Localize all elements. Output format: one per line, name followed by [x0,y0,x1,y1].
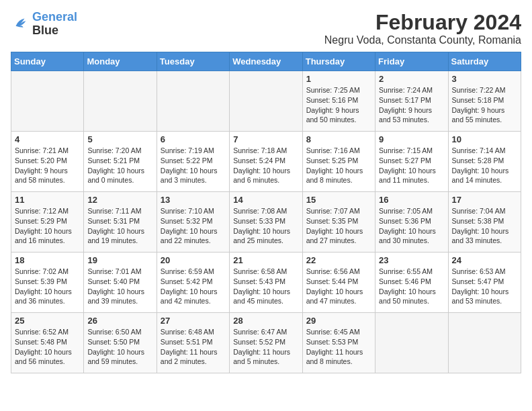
day-number: 3 [452,74,517,84]
day-info: Sunrise: 6:53 AMSunset: 5:47 PMDaylight:… [452,267,517,306]
day-info: Sunrise: 7:22 AMSunset: 5:18 PMDaylight:… [452,85,517,125]
day-info: Sunrise: 7:10 AMSunset: 5:32 PMDaylight:… [161,206,226,246]
calendar-day-cell: 17Sunrise: 7:04 AMSunset: 5:38 PMDayligh… [448,192,521,253]
calendar-day-cell: 14Sunrise: 7:08 AMSunset: 5:33 PMDayligh… [230,192,302,253]
calendar-day-cell: 29Sunrise: 6:45 AMSunset: 5:53 PMDayligh… [302,313,375,373]
day-info: Sunrise: 7:15 AMSunset: 5:27 PMDaylight:… [379,146,444,185]
day-info: Sunrise: 6:55 AMSunset: 5:46 PMDaylight:… [379,267,444,306]
day-number: 23 [379,255,444,265]
day-number: 18 [15,255,80,265]
calendar-day-cell [11,71,84,132]
calendar-day-cell [230,71,302,132]
calendar-day-cell: 19Sunrise: 7:01 AMSunset: 5:40 PMDayligh… [84,253,157,313]
calendar-day-cell: 18Sunrise: 7:02 AMSunset: 5:39 PMDayligh… [11,253,84,313]
calendar-day-cell [157,71,229,132]
day-number: 20 [161,255,226,265]
day-info: Sunrise: 6:45 AMSunset: 5:53 PMDaylight:… [306,327,371,367]
day-number: 2 [379,74,444,84]
day-number: 19 [87,255,152,265]
calendar-day-cell: 13Sunrise: 7:10 AMSunset: 5:32 PMDayligh… [157,192,229,253]
day-info: Sunrise: 7:04 AMSunset: 5:38 PMDaylight:… [452,206,517,246]
weekday-header-tuesday: Tuesday [157,52,229,71]
day-number: 24 [452,255,517,265]
day-number: 28 [233,316,298,326]
day-number: 8 [306,134,371,144]
day-number: 10 [452,134,517,144]
page-header: GeneralBlue February 2024 Negru Voda, Co… [11,11,521,46]
day-number: 17 [452,195,517,205]
day-number: 26 [87,316,152,326]
day-info: Sunrise: 6:58 AMSunset: 5:43 PMDaylight:… [233,267,298,306]
weekday-header-sunday: Sunday [11,52,84,71]
calendar-day-cell: 5Sunrise: 7:20 AMSunset: 5:21 PMDaylight… [84,132,157,192]
day-info: Sunrise: 7:08 AMSunset: 5:33 PMDaylight:… [233,206,298,246]
calendar-day-cell: 16Sunrise: 7:05 AMSunset: 5:36 PMDayligh… [375,192,448,253]
logo-bird-icon [11,15,30,34]
calendar-day-cell: 9Sunrise: 7:15 AMSunset: 5:27 PMDaylight… [375,132,448,192]
calendar-day-cell: 25Sunrise: 6:52 AMSunset: 5:48 PMDayligh… [11,313,84,373]
calendar-day-cell: 15Sunrise: 7:07 AMSunset: 5:35 PMDayligh… [302,192,375,253]
day-info: Sunrise: 7:20 AMSunset: 5:21 PMDaylight:… [87,146,152,185]
day-info: Sunrise: 7:05 AMSunset: 5:36 PMDaylight:… [379,206,444,246]
calendar-day-cell: 12Sunrise: 7:11 AMSunset: 5:31 PMDayligh… [84,192,157,253]
day-number: 27 [161,316,226,326]
day-info: Sunrise: 6:56 AMSunset: 5:44 PMDaylight:… [306,267,371,306]
day-number: 6 [161,134,226,144]
calendar-day-cell: 1Sunrise: 7:25 AMSunset: 5:16 PMDaylight… [302,71,375,132]
day-number: 1 [306,74,371,84]
day-number: 9 [379,134,444,144]
day-number: 16 [379,195,444,205]
calendar-day-cell: 27Sunrise: 6:48 AMSunset: 5:51 PMDayligh… [157,313,229,373]
calendar-day-cell [448,313,521,373]
day-number: 12 [87,195,152,205]
calendar-day-cell: 26Sunrise: 6:50 AMSunset: 5:50 PMDayligh… [84,313,157,373]
calendar-day-cell: 23Sunrise: 6:55 AMSunset: 5:46 PMDayligh… [375,253,448,313]
calendar-day-cell [84,71,157,132]
calendar-day-cell: 3Sunrise: 7:22 AMSunset: 5:18 PMDaylight… [448,71,521,132]
calendar-header-row: SundayMondayTuesdayWednesdayThursdayFrid… [11,52,521,71]
calendar-day-cell: 22Sunrise: 6:56 AMSunset: 5:44 PMDayligh… [302,253,375,313]
day-number: 21 [233,255,298,265]
day-info: Sunrise: 7:02 AMSunset: 5:39 PMDaylight:… [15,267,80,306]
day-info: Sunrise: 7:12 AMSunset: 5:29 PMDaylight:… [15,206,80,246]
calendar-day-cell: 4Sunrise: 7:21 AMSunset: 5:20 PMDaylight… [11,132,84,192]
day-info: Sunrise: 7:14 AMSunset: 5:28 PMDaylight:… [452,146,517,185]
calendar-day-cell: 11Sunrise: 7:12 AMSunset: 5:29 PMDayligh… [11,192,84,253]
weekday-header-wednesday: Wednesday [230,52,302,71]
day-info: Sunrise: 7:19 AMSunset: 5:22 PMDaylight:… [161,146,226,185]
day-info: Sunrise: 7:24 AMSunset: 5:17 PMDaylight:… [379,85,444,125]
calendar-day-cell: 24Sunrise: 6:53 AMSunset: 5:47 PMDayligh… [448,253,521,313]
calendar-week-row: 18Sunrise: 7:02 AMSunset: 5:39 PMDayligh… [11,253,521,313]
calendar-day-cell: 7Sunrise: 7:18 AMSunset: 5:24 PMDaylight… [230,132,302,192]
calendar-day-cell: 6Sunrise: 7:19 AMSunset: 5:22 PMDaylight… [157,132,229,192]
calendar-day-cell: 10Sunrise: 7:14 AMSunset: 5:28 PMDayligh… [448,132,521,192]
day-info: Sunrise: 6:59 AMSunset: 5:42 PMDaylight:… [161,267,226,306]
page-title: February 2024 [324,11,521,34]
day-info: Sunrise: 7:07 AMSunset: 5:35 PMDaylight:… [306,206,371,246]
day-number: 25 [15,316,80,326]
logo-text: GeneralBlue [32,11,77,38]
page-subtitle: Negru Voda, Constanta County, Romania [324,34,521,46]
logo: GeneralBlue [11,11,77,38]
calendar-table: SundayMondayTuesdayWednesdayThursdayFrid… [11,52,521,373]
day-info: Sunrise: 7:25 AMSunset: 5:16 PMDaylight:… [306,85,371,125]
day-info: Sunrise: 7:11 AMSunset: 5:31 PMDaylight:… [87,206,152,246]
day-info: Sunrise: 6:50 AMSunset: 5:50 PMDaylight:… [87,327,152,367]
day-info: Sunrise: 6:48 AMSunset: 5:51 PMDaylight:… [161,327,226,367]
day-number: 4 [15,134,80,144]
day-info: Sunrise: 6:47 AMSunset: 5:52 PMDaylight:… [233,327,298,367]
calendar-day-cell [375,313,448,373]
day-number: 29 [306,316,371,326]
calendar-day-cell: 20Sunrise: 6:59 AMSunset: 5:42 PMDayligh… [157,253,229,313]
day-number: 15 [306,195,371,205]
day-number: 11 [15,195,80,205]
day-number: 5 [87,134,152,144]
calendar-day-cell: 28Sunrise: 6:47 AMSunset: 5:52 PMDayligh… [230,313,302,373]
calendar-day-cell: 21Sunrise: 6:58 AMSunset: 5:43 PMDayligh… [230,253,302,313]
day-info: Sunrise: 7:01 AMSunset: 5:40 PMDaylight:… [87,267,152,306]
calendar-day-cell: 2Sunrise: 7:24 AMSunset: 5:17 PMDaylight… [375,71,448,132]
calendar-week-row: 11Sunrise: 7:12 AMSunset: 5:29 PMDayligh… [11,192,521,253]
calendar-day-cell: 8Sunrise: 7:16 AMSunset: 5:25 PMDaylight… [302,132,375,192]
title-block: February 2024 Negru Voda, Constanta Coun… [324,11,521,46]
day-number: 7 [233,134,298,144]
